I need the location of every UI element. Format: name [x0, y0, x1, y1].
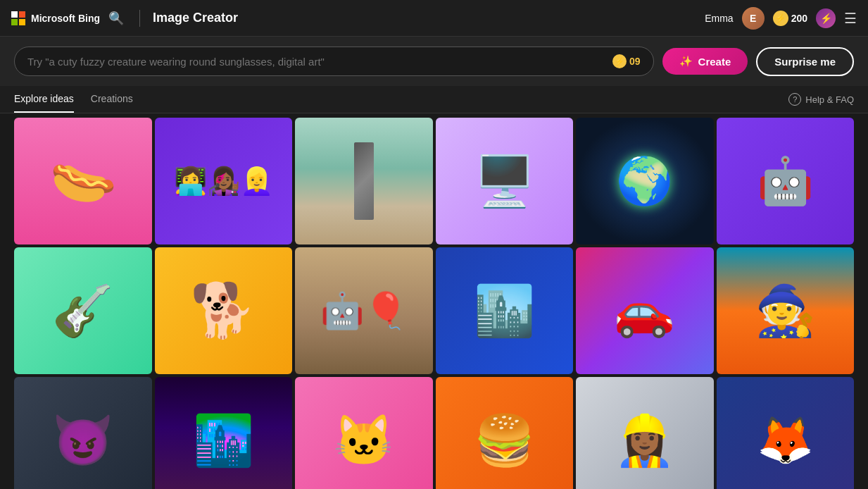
boost-badge[interactable]: ⚡ [816, 8, 836, 28]
list-item[interactable] [14, 377, 152, 489]
coin-icon: ⚡ [773, 11, 788, 26]
header-right: Emma E ⚡ 200 ⚡ ☰ [705, 7, 857, 30]
help-faq[interactable]: ? Help & FAQ [788, 93, 854, 113]
list-item[interactable] [295, 247, 433, 374]
surprise-button[interactable]: Surprise me [756, 47, 854, 76]
tabs-left: Explore ideas Creations [14, 93, 133, 113]
windows-icon [11, 11, 25, 25]
search-coin-area: ⚡ 09 [612, 54, 641, 68]
list-item[interactable] [295, 377, 433, 489]
list-item[interactable] [717, 377, 855, 489]
create-icon: ✨ [679, 55, 693, 68]
list-item[interactable] [14, 247, 152, 374]
list-item[interactable] [576, 118, 714, 244]
list-item[interactable] [717, 118, 855, 244]
list-item[interactable] [436, 247, 574, 374]
list-item[interactable] [717, 247, 855, 374]
help-label: Help & FAQ [805, 94, 854, 105]
header-divider [139, 10, 140, 27]
search-input[interactable] [27, 56, 605, 68]
help-icon: ? [788, 93, 801, 106]
hamburger-icon[interactable]: ☰ [844, 10, 857, 27]
tab-explore[interactable]: Explore ideas [14, 93, 74, 113]
list-item[interactable] [295, 118, 433, 244]
search-icon[interactable]: 🔍 [108, 11, 124, 26]
header: Microsoft Bing 🔍 Image Creator Emma E ⚡ … [0, 0, 868, 37]
surprise-label: Surprise me [774, 56, 836, 68]
list-item[interactable] [155, 118, 293, 244]
search-coin-label: 09 [629, 56, 641, 67]
image-grid [0, 113, 868, 489]
tabs-area: Explore ideas Creations ? Help & FAQ [0, 86, 868, 113]
coin-number: 200 [791, 13, 807, 24]
app-title: Image Creator [153, 11, 696, 25]
search-coin-icon: ⚡ [612, 54, 627, 68]
list-item[interactable] [436, 118, 574, 244]
logo-area[interactable]: Microsoft Bing [11, 11, 100, 25]
list-item[interactable] [576, 247, 714, 374]
list-item[interactable] [576, 377, 714, 489]
search-area: ⚡ 09 ✨ Create Surprise me [0, 37, 868, 86]
list-item[interactable] [436, 377, 574, 489]
create-button[interactable]: ✨ Create [662, 48, 748, 75]
create-label: Create [698, 56, 731, 68]
list-item[interactable] [155, 247, 293, 374]
tab-creations[interactable]: Creations [91, 93, 133, 113]
coin-count-area: ⚡ 200 [773, 11, 807, 26]
list-item[interactable] [155, 377, 293, 489]
avatar[interactable]: E [742, 7, 765, 30]
search-input-wrapper[interactable]: ⚡ 09 [14, 47, 654, 76]
list-item[interactable] [14, 118, 152, 244]
logo-label: Microsoft Bing [31, 13, 100, 24]
user-name: Emma [705, 13, 733, 24]
